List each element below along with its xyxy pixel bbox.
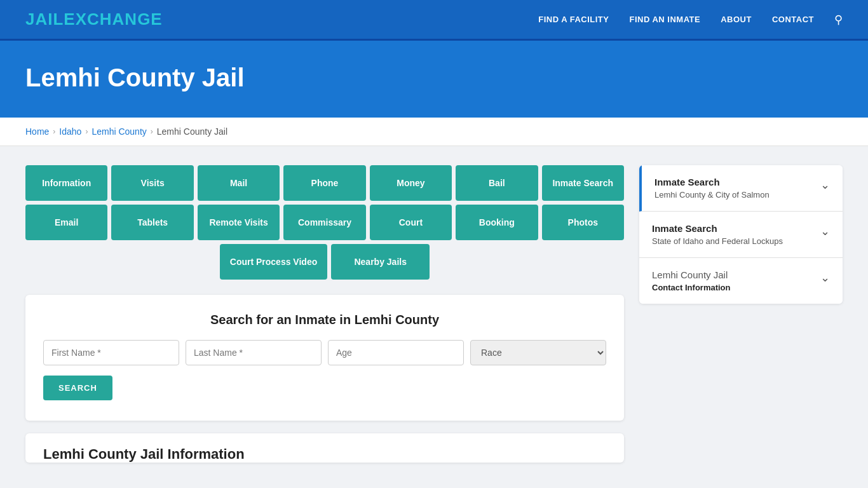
btn-visits[interactable]: Visits: [111, 165, 193, 201]
chevron-down-icon-3: ⌄: [820, 271, 830, 285]
sidebar-item-1-text: Inmate Search Lemhi County & City of Sal…: [654, 177, 770, 200]
buttons-row3: Court Process Video Nearby Jails: [25, 244, 624, 280]
site-logo[interactable]: JAILEXCHANGE: [25, 10, 163, 29]
btn-email[interactable]: Email: [25, 205, 107, 240]
sep2: ›: [85, 127, 88, 136]
contact-link[interactable]: CONTACT: [772, 15, 814, 24]
btn-nearby-jails[interactable]: Nearby Jails: [331, 244, 430, 280]
search-title: Search for an Inmate in Lemhi County: [43, 313, 606, 327]
btn-photos[interactable]: Photos: [542, 205, 624, 240]
last-name-input[interactable]: [186, 340, 322, 365]
age-input[interactable]: [328, 340, 464, 365]
breadcrumb-home[interactable]: Home: [25, 126, 49, 137]
btn-mail[interactable]: Mail: [198, 165, 280, 201]
sep3: ›: [151, 127, 153, 136]
sep1: ›: [53, 127, 55, 136]
buttons-row2: Email Tablets Remote Visits Commissary C…: [25, 205, 624, 240]
chevron-down-icon-1: ⌄: [820, 178, 830, 192]
breadcrumb: Home › Idaho › Lemhi County › Lemhi Coun…: [0, 118, 868, 146]
btn-information[interactable]: Information: [25, 165, 107, 201]
btn-court[interactable]: Court: [370, 205, 452, 240]
btn-commissary[interactable]: Commissary: [283, 205, 365, 240]
breadcrumb-current: Lemhi County Jail: [157, 126, 227, 137]
sidebar-item-2-title: Inmate Search: [652, 223, 783, 234]
breadcrumb-county[interactable]: Lemhi County: [92, 126, 146, 137]
btn-inmate-search[interactable]: Inmate Search: [542, 165, 624, 201]
sidebar-item-1-title: Inmate Search: [654, 177, 770, 187]
about-link[interactable]: ABOUT: [721, 15, 752, 24]
sidebar-item-2[interactable]: Inmate Search State of Idaho and Federal…: [639, 212, 843, 258]
btn-court-process-video[interactable]: Court Process Video: [220, 244, 327, 280]
sidebar-item-3-title: Lemhi County Jail: [652, 269, 731, 280]
sidebar-item-3-text: Lemhi County Jail Contact Information: [652, 269, 731, 292]
logo-exchange: EXCHANGE: [64, 10, 162, 29]
btn-remote-visits[interactable]: Remote Visits: [198, 205, 280, 240]
sidebar-item-1[interactable]: Inmate Search Lemhi County & City of Sal…: [639, 165, 843, 212]
first-name-input[interactable]: [43, 340, 179, 365]
find-inmate-link[interactable]: FIND AN INMATE: [629, 15, 700, 24]
sidebar-item-3[interactable]: Lemhi County Jail Contact Information ⌄: [639, 258, 843, 304]
logo-jail: JAIL: [25, 10, 64, 29]
info-section: Lemhi County Jail Information: [25, 433, 624, 463]
btn-phone[interactable]: Phone: [283, 165, 365, 201]
sidebar-item-3-subtitle: Contact Information: [652, 283, 731, 292]
sidebar-item-1-subtitle: Lemhi County & City of Salmon: [654, 190, 770, 200]
find-facility-link[interactable]: FIND A FACILITY: [538, 15, 609, 24]
search-panel: Search for an Inmate in Lemhi County Rac…: [25, 295, 624, 421]
btn-tablets[interactable]: Tablets: [111, 205, 193, 240]
section-heading: Lemhi County Jail Information: [25, 433, 624, 463]
breadcrumb-idaho[interactable]: Idaho: [59, 126, 81, 137]
search-fields: Race: [43, 340, 606, 365]
main-content: Information Visits Mail Phone Money Bail…: [0, 146, 868, 482]
buttons-row1: Information Visits Mail Phone Money Bail…: [25, 165, 624, 201]
hero-section: Lemhi County Jail: [0, 41, 868, 118]
nav-links: FIND A FACILITY FIND AN INMATE ABOUT CON…: [538, 13, 843, 27]
page-title: Lemhi County Jail: [25, 64, 843, 92]
btn-booking[interactable]: Booking: [456, 205, 538, 240]
chevron-down-icon-2: ⌄: [820, 224, 830, 238]
sidebar-item-2-subtitle: State of Idaho and Federal Lockups: [652, 236, 783, 246]
race-select[interactable]: Race: [470, 340, 606, 365]
search-icon[interactable]: ⚲: [834, 13, 843, 27]
left-column: Information Visits Mail Phone Money Bail…: [25, 165, 624, 463]
right-sidebar: Inmate Search Lemhi County & City of Sal…: [639, 165, 843, 304]
search-button[interactable]: SEARCH: [43, 376, 112, 400]
btn-bail[interactable]: Bail: [456, 165, 538, 201]
btn-money[interactable]: Money: [370, 165, 452, 201]
sidebar-item-2-text: Inmate Search State of Idaho and Federal…: [652, 223, 783, 246]
sidebar-card: Inmate Search Lemhi County & City of Sal…: [639, 165, 843, 304]
